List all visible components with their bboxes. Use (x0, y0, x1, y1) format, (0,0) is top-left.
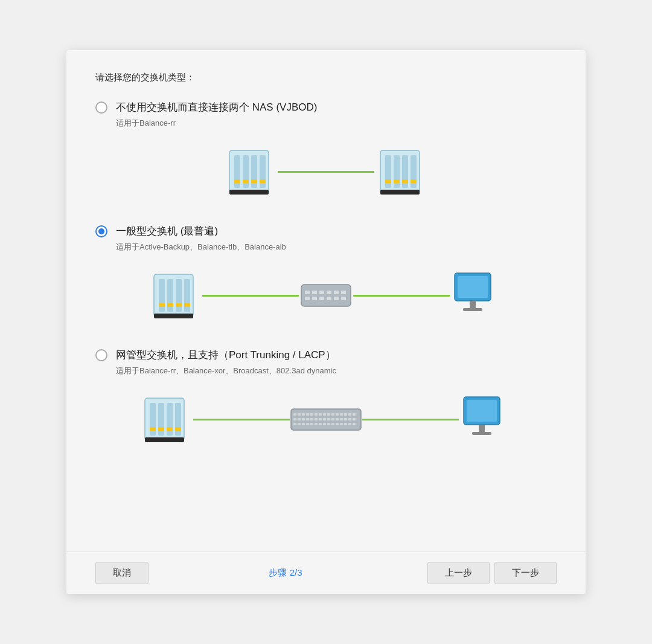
switch-managed (290, 403, 362, 436)
diagram-direct (95, 138, 557, 205)
svg-rect-71 (331, 413, 334, 416)
cancel-button[interactable]: 取消 (95, 562, 149, 584)
svg-rect-82 (315, 418, 318, 420)
nas-left-direct (223, 144, 278, 199)
svg-rect-77 (293, 418, 296, 420)
svg-rect-109 (479, 425, 485, 433)
svg-rect-98 (319, 423, 322, 425)
svg-rect-42 (319, 297, 324, 300)
dialog-body: 请选择您的交换机类型： 不使用交换机而直接连接两个 NAS (VJBOD) 适用… (66, 50, 586, 552)
computer-managed (459, 392, 513, 446)
nas-managed (139, 392, 193, 446)
svg-rect-106 (353, 423, 356, 425)
svg-rect-48 (470, 301, 476, 309)
svg-rect-97 (315, 423, 318, 425)
svg-rect-67 (315, 413, 318, 416)
radio-direct[interactable] (95, 101, 107, 114)
radio-general-inner (98, 228, 104, 234)
svg-rect-85 (327, 418, 330, 420)
svg-rect-36 (319, 291, 324, 294)
svg-rect-18 (385, 179, 391, 183)
svg-rect-84 (323, 418, 326, 420)
option-direct-block: 不使用交换机而直接连接两个 NAS (VJBOD) 适用于Balance-rr (95, 100, 557, 205)
svg-rect-81 (310, 418, 313, 420)
diagram-general (95, 262, 557, 329)
svg-rect-104 (344, 423, 347, 425)
svg-rect-29 (159, 303, 165, 307)
svg-rect-6 (229, 190, 269, 195)
svg-rect-86 (331, 418, 334, 420)
svg-rect-64 (302, 413, 305, 416)
line-managed-right (362, 419, 459, 420)
option-direct-subtitle: 适用于Balance-rr (116, 118, 557, 129)
svg-rect-108 (467, 400, 497, 422)
next-button[interactable]: 下一步 (494, 562, 557, 584)
svg-rect-66 (310, 413, 313, 416)
switch-type-dialog: 请选择您的交换机类型： 不使用交换机而直接连接两个 NAS (VJBOD) 适用… (66, 50, 586, 594)
svg-rect-21 (411, 179, 417, 183)
svg-rect-39 (341, 291, 346, 294)
svg-rect-35 (312, 291, 317, 294)
svg-rect-40 (305, 297, 310, 300)
prev-button[interactable]: 上一步 (427, 562, 490, 584)
svg-rect-57 (150, 427, 156, 431)
line-general-right (353, 295, 450, 297)
radio-managed[interactable] (95, 349, 107, 361)
svg-rect-10 (260, 179, 266, 183)
svg-rect-96 (310, 423, 313, 425)
option-general-header[interactable]: 一般型交换机 (最普遍) (95, 224, 557, 238)
svg-rect-89 (344, 418, 347, 420)
svg-rect-60 (175, 427, 181, 431)
svg-rect-99 (323, 423, 326, 425)
option-direct-header[interactable]: 不使用交换机而直接连接两个 NAS (VJBOD) (95, 100, 557, 114)
svg-rect-92 (293, 423, 296, 425)
svg-rect-90 (348, 418, 351, 420)
svg-rect-17 (380, 190, 420, 195)
nas-general (148, 268, 202, 323)
svg-rect-20 (402, 179, 408, 183)
svg-rect-95 (306, 423, 309, 425)
svg-rect-44 (334, 297, 339, 300)
svg-rect-105 (348, 423, 351, 425)
option-managed-title: 网管型交换机，且支持（Port Trunking / LACP） (116, 348, 336, 362)
svg-rect-56 (145, 437, 184, 442)
option-general-block: 一般型交换机 (最普遍) 适用于Active-Backup、Balance-tl… (95, 224, 557, 329)
svg-rect-83 (319, 418, 322, 420)
svg-rect-68 (319, 413, 322, 416)
svg-rect-9 (251, 179, 257, 183)
dialog-footer: 取消 步骤 2/3 上一步 下一步 (66, 552, 586, 594)
radio-general[interactable] (95, 225, 107, 237)
computer-general (450, 268, 504, 323)
svg-rect-101 (331, 423, 334, 425)
svg-rect-75 (348, 413, 351, 416)
svg-rect-72 (336, 413, 339, 416)
svg-rect-62 (293, 413, 296, 416)
svg-rect-65 (306, 413, 309, 416)
svg-rect-31 (176, 303, 182, 307)
option-managed-header[interactable]: 网管型交换机，且支持（Port Trunking / LACP） (95, 348, 557, 362)
svg-rect-110 (472, 432, 491, 435)
option-managed-block: 网管型交换机，且支持（Port Trunking / LACP） 适用于Bala… (95, 348, 557, 452)
svg-rect-32 (184, 303, 190, 307)
svg-rect-74 (344, 413, 347, 416)
svg-rect-63 (298, 413, 301, 416)
switch-general (299, 277, 353, 314)
svg-rect-94 (302, 423, 305, 425)
page-title: 请选择您的交换机类型： (95, 72, 557, 83)
svg-rect-78 (298, 418, 301, 420)
svg-rect-91 (353, 418, 356, 420)
svg-rect-93 (298, 423, 301, 425)
line-direct (278, 171, 374, 173)
option-general-subtitle: 适用于Active-Backup、Balance-tlb、Balance-alb (116, 242, 557, 253)
svg-rect-58 (158, 427, 164, 431)
option-direct-title: 不使用交换机而直接连接两个 NAS (VJBOD) (116, 100, 317, 114)
svg-rect-49 (463, 308, 482, 311)
svg-rect-41 (312, 297, 317, 300)
svg-rect-34 (305, 291, 310, 294)
svg-rect-69 (323, 413, 326, 416)
svg-rect-103 (340, 423, 343, 425)
svg-rect-70 (327, 413, 330, 416)
svg-rect-43 (327, 297, 331, 300)
svg-rect-87 (336, 418, 339, 420)
svg-rect-7 (234, 179, 240, 183)
